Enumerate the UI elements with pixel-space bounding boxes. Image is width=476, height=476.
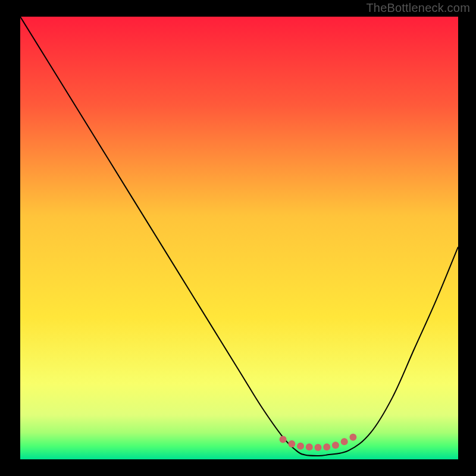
optimal-range-marker xyxy=(297,443,304,450)
optimal-range-marker xyxy=(314,444,321,451)
plot-area xyxy=(20,17,458,459)
optimal-range-marker xyxy=(323,443,330,450)
chart-svg xyxy=(20,17,458,459)
chart-background xyxy=(20,17,458,459)
optimal-range-marker xyxy=(349,434,356,441)
optimal-range-marker xyxy=(332,441,339,449)
optimal-range-marker xyxy=(280,436,287,443)
optimal-range-marker xyxy=(288,440,295,447)
chart-frame: TheBottleneck.com xyxy=(0,0,476,476)
optimal-range-marker xyxy=(341,438,348,445)
optimal-range-marker xyxy=(306,443,313,450)
watermark-text: TheBottleneck.com xyxy=(366,1,470,15)
